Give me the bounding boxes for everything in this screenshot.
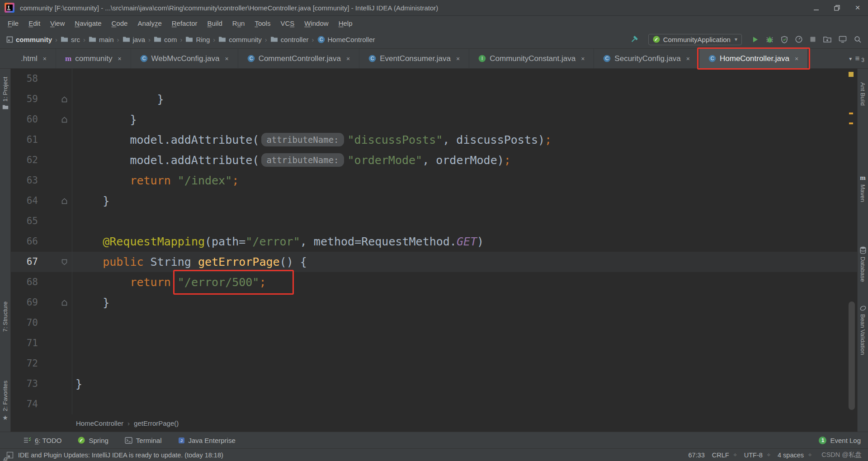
tab-communityconstant-java[interactable]: ICommunityConstant.java× — [469, 49, 594, 68]
menu-item-window[interactable]: Window — [299, 19, 333, 27]
line-number[interactable]: 72 — [11, 353, 38, 374]
code-line[interactable]: 61 model.addAttribute(attributeName:"dis… — [11, 130, 857, 150]
close-icon[interactable]: × — [686, 55, 690, 62]
line-number[interactable]: 67 — [11, 252, 38, 272]
code-line[interactable]: 58 — [11, 69, 857, 89]
tab-community[interactable]: mcommunity× — [56, 49, 131, 68]
breadcrumb-class[interactable]: HomeController — [76, 419, 123, 427]
line-number[interactable]: 73 — [11, 374, 38, 394]
menu-item-navigate[interactable]: Navigate — [70, 19, 106, 27]
close-icon[interactable]: × — [118, 55, 121, 62]
code-line[interactable]: 67 public String getErrorPage() { — [11, 252, 857, 272]
breadcrumb-item[interactable]: community — [218, 36, 262, 43]
breadcrumb-item[interactable]: CHomeController — [317, 36, 375, 43]
tab-securityconfig-java[interactable]: CSecurityConfig.java× — [594, 49, 699, 68]
stop-button[interactable] — [810, 36, 816, 42]
line-number[interactable]: 66 — [11, 231, 38, 252]
breadcrumb-item[interactable]: community — [6, 36, 52, 43]
screen-button[interactable] — [839, 36, 847, 43]
toolwindow-button-java-enterprise[interactable]: JJava Enterprise — [178, 437, 236, 444]
tab-commentcontroller-java[interactable]: CCommentController.java× — [238, 49, 360, 68]
folder-settings-button[interactable] — [823, 36, 831, 43]
fold-marker-icon[interactable] — [38, 252, 72, 272]
code-line[interactable]: 63 return "/index"; — [11, 170, 857, 191]
breadcrumb-item[interactable]: controller — [270, 36, 309, 43]
editor-scrollbar[interactable] — [849, 301, 855, 410]
code-line[interactable]: 70 — [11, 313, 857, 333]
indent-widget[interactable]: 4 spaces — [778, 452, 804, 459]
code-line[interactable]: 65 — [11, 211, 857, 231]
toolwindow-button-2-favorites[interactable]: 2: Favorites★ — [0, 381, 10, 421]
menu-item-help[interactable]: Help — [334, 19, 358, 27]
encoding-widget[interactable]: UTF-8 — [744, 452, 763, 459]
tab--html[interactable]: .html× — [12, 49, 56, 68]
breadcrumb-item[interactable]: main — [89, 36, 114, 43]
menu-item-run[interactable]: Run — [227, 19, 250, 27]
line-number[interactable]: 59 — [11, 89, 38, 109]
hammer-button[interactable] — [630, 35, 638, 44]
fold-marker-icon[interactable] — [38, 89, 72, 109]
menu-item-edit[interactable]: Edit — [24, 19, 45, 27]
breadcrumb-item[interactable]: Ring — [185, 36, 210, 43]
line-number[interactable]: 65 — [11, 211, 38, 231]
hidden-tabs-list-icon[interactable]: ≡ — [855, 54, 859, 63]
chevron-down-icon[interactable]: ▾ — [849, 56, 852, 62]
code-line[interactable]: 64 } — [11, 191, 857, 211]
close-icon[interactable]: × — [43, 55, 47, 62]
restore-button[interactable] — [826, 0, 847, 15]
line-number[interactable]: 63 — [11, 170, 38, 191]
menu-item-vcs[interactable]: VCS — [275, 19, 299, 27]
editor[interactable]: 5859 }60 }61 model.addAttribute(attribut… — [11, 69, 857, 432]
menu-item-file[interactable]: File — [3, 19, 24, 27]
code-line[interactable]: 74 — [11, 394, 857, 414]
close-button[interactable]: × — [847, 0, 868, 15]
event-log-button[interactable]: 1 Event Log — [819, 437, 861, 444]
inspection-indicator[interactable] — [849, 72, 854, 77]
breadcrumb-method[interactable]: getErrorPage() — [134, 419, 179, 427]
line-number[interactable]: 64 — [11, 191, 38, 211]
toolwindow-button-ant-build[interactable]: Ant Build — [858, 82, 868, 106]
line-number[interactable]: 60 — [11, 109, 38, 130]
menu-item-view[interactable]: View — [45, 19, 70, 27]
line-separator-widget[interactable]: CRLF — [712, 452, 729, 459]
line-number[interactable]: 74 — [11, 394, 38, 414]
line-number[interactable]: 68 — [11, 272, 38, 292]
caret-position-widget[interactable]: 67:33 — [688, 452, 704, 459]
menu-item-tools[interactable]: Tools — [250, 19, 275, 27]
fold-marker-icon[interactable] — [38, 191, 72, 211]
line-number[interactable]: 71 — [11, 333, 38, 353]
warning-stripe-mark[interactable] — [849, 122, 853, 124]
line-number[interactable]: 69 — [11, 292, 38, 313]
line-number[interactable]: 62 — [11, 150, 38, 170]
status-message[interactable]: IDE and Plugin Updates: IntelliJ IDEA is… — [18, 452, 223, 459]
close-icon[interactable]: × — [346, 55, 350, 62]
toolwindow-button-6-todo[interactable]: 6: TODO — [24, 437, 61, 444]
code-line[interactable]: 73} — [11, 374, 857, 394]
warning-stripe-mark[interactable] — [849, 113, 853, 114]
menu-item-refactor[interactable]: Refactor — [167, 19, 203, 27]
menu-item-analyze[interactable]: Analyze — [132, 19, 166, 27]
line-number[interactable]: 61 — [11, 130, 38, 150]
close-icon[interactable]: × — [225, 55, 228, 62]
fold-marker-icon[interactable] — [38, 292, 72, 313]
run-config-select[interactable]: CommunityApplication▾ — [648, 34, 742, 45]
toolwindow-button-1-project[interactable]: 1: Project — [0, 77, 10, 110]
toolwindow-button-bean-validation[interactable]: Bean Validation — [858, 305, 868, 355]
editor-lines[interactable]: 5859 }60 }61 model.addAttribute(attribut… — [11, 69, 857, 414]
line-number[interactable]: 58 — [11, 69, 38, 89]
minimize-button[interactable] — [806, 0, 826, 15]
close-icon[interactable]: × — [456, 55, 460, 62]
toolwindow-button-database[interactable]: Database — [858, 246, 868, 282]
code-line[interactable]: 59 } — [11, 89, 857, 109]
coverage-button[interactable] — [781, 36, 788, 43]
code-line[interactable]: 60 } — [11, 109, 857, 130]
search-button[interactable] — [854, 36, 862, 43]
toolwindow-button-web[interactable]: Web — [0, 457, 10, 461]
menu-item-build[interactable]: Build — [202, 19, 227, 27]
line-number[interactable]: 70 — [11, 313, 38, 333]
code-line[interactable]: 66 @RequestMapping(path="/error", method… — [11, 231, 857, 252]
toolwindow-button-7-structure[interactable]: 7: Structure — [0, 301, 10, 332]
menu-item-code[interactable]: Code — [107, 19, 133, 27]
profiler-button[interactable] — [795, 36, 802, 43]
tab-overflow[interactable]: ▾ ≡ 3 — [849, 49, 864, 69]
